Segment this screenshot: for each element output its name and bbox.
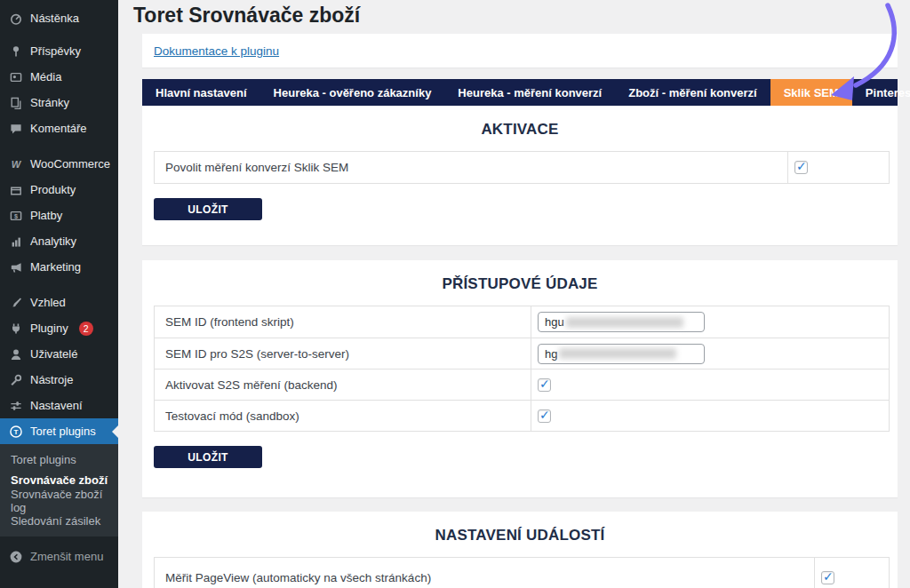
users-icon <box>8 346 23 362</box>
sidebar-item-label: Toret plugins <box>30 425 96 438</box>
povolit-sklik-checkbox[interactable] <box>794 161 808 174</box>
save-button[interactable]: ULOŽIT <box>154 446 262 468</box>
sandbox-checkbox[interactable] <box>538 409 551 423</box>
sidebar-item-label: Vzhled <box>30 296 66 309</box>
sem-id-s2s-input[interactable]: hg <box>538 344 705 364</box>
sidebar-item-woocommerce[interactable]: W WooCommerce <box>0 151 118 177</box>
sidebar-item-plugins[interactable]: Pluginy 2 <box>0 315 118 341</box>
settings-tabbar: Hlavní nastavení Heureka - ověřeno zákaz… <box>142 79 898 106</box>
sidebar-item-label: Analytiky <box>30 234 76 248</box>
sidebar-item-pages[interactable]: Stránky <box>0 90 118 115</box>
blurred-value <box>559 348 676 359</box>
tab-pinterest[interactable]: Pinterest <box>852 79 910 106</box>
save-button[interactable]: ULOŽIT <box>154 198 262 220</box>
pristupove-table: SEM ID (frontend skript) hgu SEM ID pro … <box>154 306 890 432</box>
submenu-item-sledovani-zasilek[interactable]: Sledování zásilek <box>0 511 118 531</box>
sidebar-item-label: Uživatelé <box>30 347 77 361</box>
section-heading-udalosti: NASTAVENÍ UDÁLOSTÍ <box>142 512 898 544</box>
section-heading-aktivace: AKTIVACE <box>142 106 898 139</box>
current-menu-arrow <box>112 425 118 438</box>
row-label: Měřit PageView (automaticky na všech str… <box>155 558 814 588</box>
sidebar-item-dashboard[interactable]: Nástěnka <box>0 5 118 31</box>
analytics-bars-icon <box>8 234 23 249</box>
pageview-checkbox[interactable] <box>821 571 834 584</box>
tab-zbozi-konverze[interactable]: Zboží - měření konverzí <box>615 79 770 106</box>
collapse-arrow-icon <box>8 549 23 564</box>
sidebar-item-label: Stránky <box>30 96 69 109</box>
sidebar-item-posts[interactable]: Příspěvky <box>0 38 118 64</box>
s2s-backend-checkbox[interactable] <box>538 378 551 392</box>
sidebar-item-users[interactable]: Uživatelé <box>0 341 118 367</box>
sidebar-item-tools[interactable]: Nástroje <box>0 367 118 393</box>
documentation-link[interactable]: Dokumentace k pluginu <box>154 44 279 58</box>
table-row: Testovací mód (sandbox) <box>155 400 889 431</box>
sem-id-frontend-input[interactable]: hgu <box>538 312 705 332</box>
row-label: Testovací mód (sandbox) <box>155 401 531 431</box>
media-icon <box>8 69 23 84</box>
section-aktivace: AKTIVACE Povolit měření konverzí Sklik S… <box>142 106 898 245</box>
sidebar-item-label: Příspěvky <box>30 44 81 58</box>
wrench-icon <box>8 372 23 387</box>
woocommerce-icon: W <box>8 156 23 171</box>
section-pristupove-udaje: PŘÍSTUPOVÉ ÚDAJE SEM ID (frontend skript… <box>142 260 898 497</box>
row-label: Aktivovat S2S měření (backend) <box>155 369 531 400</box>
sidebar-item-label: Pluginy <box>30 322 68 335</box>
products-box-icon <box>8 182 23 197</box>
sidebar-item-label: Produkty <box>30 183 76 196</box>
table-row: Měřit PageView (automaticky na všech str… <box>155 558 889 588</box>
svg-text:W: W <box>11 159 21 170</box>
toret-submenu: Toret plugins Srovnávače zboží Srovnávač… <box>0 444 118 536</box>
sidebar-item-comments[interactable]: Komentáře <box>0 115 118 141</box>
sidebar-item-label: Nástroje <box>30 373 73 386</box>
submenu-item-srovnavace-zbozi-log[interactable]: Srovnávače zboží log <box>0 490 118 511</box>
documentation-card: Dokumentace k pluginu <box>142 34 898 68</box>
sidebar-item-label: Nástěnka <box>30 12 79 25</box>
comments-icon <box>8 121 23 136</box>
tab-hlavni-nastaveni[interactable]: Hlavní nastavení <box>142 79 260 106</box>
sidebar-item-label: Nastavení <box>30 399 83 412</box>
section-heading-pristupove: PŘÍSTUPOVÉ ÚDAJE <box>142 260 898 293</box>
sidebar-item-products[interactable]: Produkty <box>0 177 118 203</box>
sidebar-item-appearance[interactable]: Vzhled <box>0 290 118 315</box>
plugin-icon <box>8 321 23 336</box>
row-label: SEM ID (frontend skript) <box>155 306 531 338</box>
sidebar-item-label: Platby <box>30 209 62 222</box>
payments-icon: $ <box>8 208 23 223</box>
row-label: SEM ID pro S2S (server-to-server) <box>155 338 531 369</box>
sidebar-item-payments[interactable]: $ Platby <box>0 203 118 228</box>
section-nastaveni-udalosti: NASTAVENÍ UDÁLOSTÍ Měřit PageView (autom… <box>142 512 898 588</box>
brush-icon <box>8 295 23 310</box>
page-title: Toret Srovnávače zboží <box>133 0 898 27</box>
aktivace-table: Povolit měření konverzí Sklik SEM <box>154 151 890 184</box>
collapse-menu-label: Zmenšit menu <box>30 550 103 563</box>
dashboard-icon <box>8 11 23 26</box>
sidebar-item-label: Marketing <box>30 260 81 274</box>
sidebar-item-label: Média <box>30 70 61 83</box>
sidebar-item-media[interactable]: Média <box>0 64 118 90</box>
submenu-item-toret-plugins[interactable]: Toret plugins <box>0 449 118 470</box>
toret-t-icon: T <box>8 424 23 439</box>
tab-heureka-overeno[interactable]: Heureka - ověřeno zákazníky <box>260 79 445 106</box>
svg-text:T: T <box>13 427 18 435</box>
sidebar-item-analytics[interactable]: Analytiky <box>0 228 118 254</box>
sidebar-item-marketing[interactable]: Marketing <box>0 254 118 280</box>
table-row: SEM ID pro S2S (server-to-server) hg <box>155 338 889 369</box>
svg-text:$: $ <box>14 211 18 219</box>
pushpin-icon <box>8 44 23 59</box>
blurred-value <box>566 317 683 328</box>
udalosti-table: Měřit PageView (automaticky na všech str… <box>154 557 890 588</box>
sidebar-item-label: Komentáře <box>30 122 87 135</box>
tab-sklik-sem[interactable]: Sklik SEM <box>770 79 852 106</box>
admin-sidebar: Nástěnka Příspěvky Média Stránky Komentá… <box>0 0 118 588</box>
sidebar-item-settings[interactable]: Nastavení <box>0 393 118 418</box>
table-row: Povolit měření konverzí Sklik SEM <box>155 152 889 183</box>
tab-heureka-konverze[interactable]: Heureka - měření konverzí <box>444 79 615 106</box>
sliders-icon <box>8 398 23 413</box>
table-row: Aktivovat S2S měření (backend) <box>155 369 889 400</box>
row-label: Povolit měření konverzí Sklik SEM <box>155 152 787 183</box>
admin-content-area: Toret Srovnávače zboží Dokumentace k plu… <box>118 0 910 588</box>
plugins-update-badge: 2 <box>79 322 93 336</box>
sidebar-item-toret-plugins[interactable]: T Toret plugins <box>0 418 118 444</box>
collapse-menu-button[interactable]: Zmenšit menu <box>0 544 118 569</box>
megaphone-icon <box>8 259 23 274</box>
